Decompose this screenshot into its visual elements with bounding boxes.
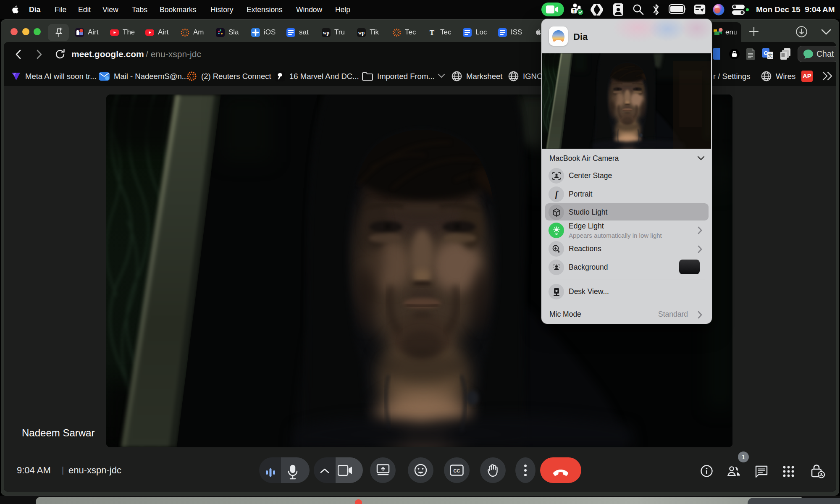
svg-text:wp: wp [323, 30, 330, 36]
svg-text:wp: wp [358, 30, 365, 36]
svg-text:f: f [555, 190, 559, 199]
svg-text:T: T [572, 9, 575, 13]
svg-text:T: T [430, 29, 435, 37]
svg-text:文: 文 [768, 52, 773, 58]
svg-text:CC: CC [454, 468, 460, 473]
